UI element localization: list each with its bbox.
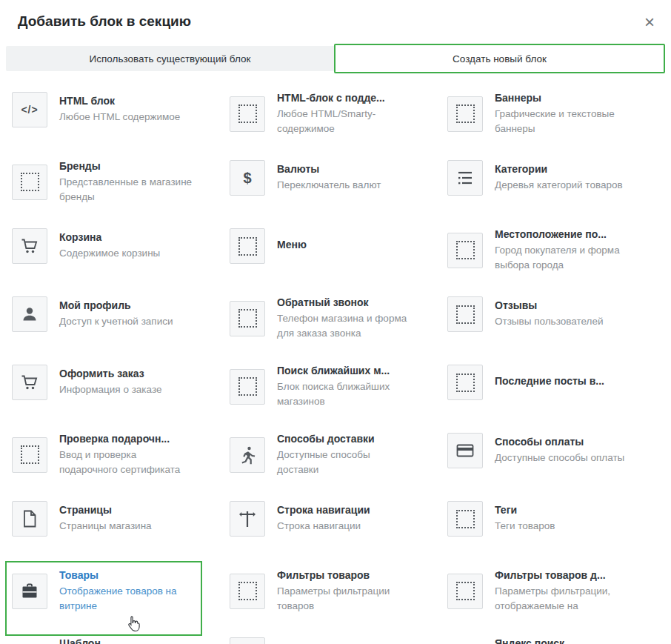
user-icon — [12, 296, 47, 332]
block-desc: Телефон магазина и форма для заказа звон… — [277, 311, 410, 340]
dollar-icon: $ — [230, 160, 265, 196]
dashed-square-icon — [230, 574, 265, 609]
block-item-html[interactable]: </> HTML блокЛюбое HTML содержимое — [12, 92, 230, 127]
dashed-square-icon — [230, 96, 265, 132]
block-item-product-filters[interactable]: Фильтры товаровПараметры фильтрации това… — [230, 569, 447, 613]
block-title: Валюты — [277, 163, 381, 175]
hand-cursor-icon — [127, 615, 141, 634]
block-desc: Графические и текстовые баннеры — [495, 107, 628, 136]
block-desc: Параметры фильтрации, отображаемые на — [495, 584, 628, 613]
block-title: Страницы — [59, 504, 152, 516]
block-title: HTML блок — [59, 95, 180, 107]
block-title: Последние посты в... — [495, 375, 604, 387]
dashed-square-icon — [230, 228, 265, 264]
block-item-tags[interactable]: ТегиТеги товаров — [447, 501, 665, 537]
block-title: Корзина — [59, 231, 160, 243]
block-title: Бренды — [59, 160, 193, 172]
block-desc: Доступ к учетной записи — [59, 314, 173, 329]
block-title: Способы оплаты — [495, 436, 624, 448]
tab-use-existing-block[interactable]: Использовать существующий блок — [6, 46, 334, 71]
dialog-header: Добавить блок в секцию × — [0, 0, 671, 31]
block-item-latest-posts[interactable]: Последние посты в... — [447, 365, 665, 400]
block-desc: Информация о заказе — [59, 382, 161, 397]
briefcase-icon — [12, 574, 47, 609]
delivery-icon — [230, 437, 265, 473]
add-block-dialog: Добавить блок в секцию × Использовать су… — [0, 0, 671, 644]
signpost-icon — [230, 501, 265, 537]
list-icon — [447, 160, 483, 196]
block-title: Фильтры товаров — [277, 569, 410, 581]
block-title: Строка навигации — [277, 504, 370, 516]
block-item-product-filters-extra[interactable]: Фильтры товаров д...Параметры фильтрации… — [447, 569, 665, 613]
credit-card-icon — [447, 433, 483, 468]
dashed-square-icon — [230, 369, 265, 405]
block-title: Обратный звонок — [277, 296, 410, 308]
block-title: Способы доставки — [277, 433, 410, 445]
block-desc: Отзывы пользователей — [495, 314, 603, 329]
block-title: HTML-блок с подде... — [277, 92, 410, 104]
block-item-products[interactable]: ТоварыОтображение товаров на витрине — [12, 569, 230, 613]
block-title: Мой профиль — [59, 299, 173, 311]
block-item-template[interactable]: Шаблон — [12, 637, 230, 644]
block-desc: Деревья категорий товаров — [495, 178, 623, 193]
block-item-menu[interactable]: Меню — [230, 228, 447, 264]
dashed-square-icon — [447, 96, 483, 132]
block-title: Поиск ближайших м... — [277, 365, 410, 376]
code-icon: </> — [12, 92, 47, 127]
block-title: Оформить заказ — [59, 368, 161, 379]
dashed-square-icon — [12, 437, 47, 473]
block-item-location[interactable]: Местоположение по...Город покупателя и ф… — [447, 228, 665, 272]
block-title: Проверка подарочн... — [59, 433, 193, 445]
block-item-shipping-methods[interactable]: Способы доставкиДоступные способы достав… — [230, 433, 447, 477]
block-title: Категории — [495, 163, 623, 175]
block-item-brands[interactable]: БрендыПредставленные в магазине бренды — [12, 160, 230, 204]
block-item-callback[interactable]: Обратный звонокТелефон магазина и форма … — [230, 296, 447, 340]
tab-create-new-block[interactable]: Создать новый блок — [334, 44, 665, 73]
block-desc: Любое HTML/Smarty-содержимое — [277, 107, 410, 136]
dashed-square-icon — [447, 296, 483, 332]
block-title: Товары — [59, 569, 193, 581]
block-desc: Строка навигации — [277, 519, 370, 534]
block-desc: Доступные способы оплаты — [495, 451, 624, 465]
dashed-square-icon — [12, 165, 47, 200]
block-item-breadcrumbs[interactable]: Строка навигацииСтрока навигации — [230, 501, 447, 537]
dashed-square-icon — [447, 365, 483, 400]
block-title: Шаблон — [59, 637, 101, 644]
cart-icon — [12, 365, 47, 400]
block-title: Яндекс поиск — [495, 637, 564, 644]
block-item-store-locator[interactable]: Поиск ближайших м...Блок поиска ближайши… — [230, 365, 447, 408]
block-item-reviews[interactable]: ОтзывыОтзывы пользователей — [447, 296, 665, 332]
block-item-payment-methods[interactable]: Способы оплатыДоступные способы оплаты — [447, 433, 665, 468]
dashed-square-icon — [447, 233, 483, 268]
dashed-square-icon — [230, 637, 265, 644]
block-item-profile[interactable]: Мой профильДоступ к учетной записи — [12, 296, 230, 332]
tab-bar: Использовать существующий блок Создать н… — [6, 46, 665, 71]
block-desc: Любое HTML содержимое — [59, 110, 180, 125]
block-title: Местоположение по... — [495, 228, 628, 240]
block-item-banners[interactable]: БаннерыГрафические и текстовые баннеры — [447, 92, 665, 136]
block-item-currencies[interactable]: $ ВалютыПереключатель валют — [230, 160, 447, 196]
block-item-categories[interactable]: КатегорииДеревья категорий товаров — [447, 160, 665, 196]
block-title: Баннеры — [495, 92, 628, 104]
dashed-square-icon — [230, 301, 265, 336]
block-item-gift-certificate[interactable]: Проверка подарочн...Ввод и проверка пода… — [12, 433, 230, 477]
block-item-cart[interactable]: КорзинаСодержимое корзины — [12, 228, 230, 264]
dialog-title: Добавить блок в секцию — [18, 13, 191, 30]
block-desc: Представленные в магазине бренды — [59, 175, 193, 204]
block-item-unnamed[interactable] — [230, 637, 447, 644]
block-item-html-smarty[interactable]: HTML-блок с подде...Любое HTML/Smarty-со… — [230, 92, 447, 136]
dashed-square-icon — [447, 501, 483, 537]
block-item-pages[interactable]: СтраницыСтраницы магазина — [12, 501, 230, 537]
block-title: Теги — [495, 504, 555, 516]
dashed-square-icon — [447, 574, 483, 609]
block-grid: </> HTML блокЛюбое HTML содержимое HTML-… — [12, 92, 667, 644]
block-item-yandex-search[interactable]: Яндекс поиск — [447, 637, 665, 644]
block-desc: Доступные способы доставки — [277, 448, 410, 477]
block-item-checkout[interactable]: Оформить заказИнформация о заказе — [12, 365, 230, 400]
block-desc: Ввод и проверка подарочного сертификата — [59, 448, 193, 477]
close-icon[interactable]: × — [641, 13, 658, 31]
block-desc: Теги товаров — [495, 519, 555, 534]
block-title: Меню — [277, 239, 307, 250]
block-desc: Переключатель валют — [277, 178, 381, 193]
block-desc: Блок поиска ближайших магазинов — [277, 379, 410, 408]
